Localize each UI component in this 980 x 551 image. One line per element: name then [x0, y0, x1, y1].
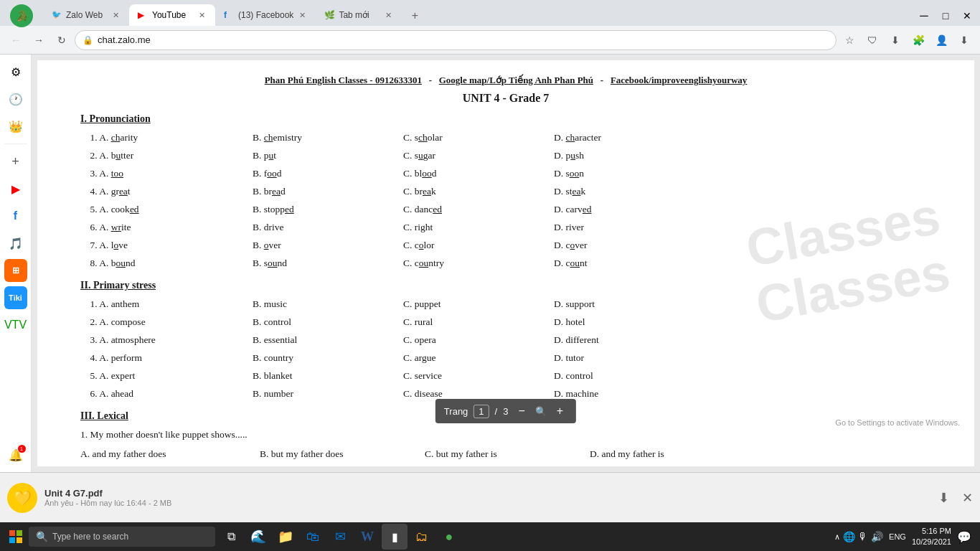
s6-a: 6. A. ahead — [88, 385, 253, 403]
minimize-button[interactable]: ─ — [914, 6, 934, 26]
main-area: Phan Phú English Classes - 0912633301 - … — [32, 55, 980, 472]
stress-questions: 1. A. anthem B. music C. puppet D. suppo… — [88, 296, 931, 403]
sidebar-crown[interactable]: 👑 — [4, 115, 27, 138]
tab-facebook[interactable]: f (13) Facebook ✕ — [215, 4, 316, 26]
sidebar-facebook[interactable]: f — [4, 204, 27, 227]
tab-new[interactable]: 🌿 Tab mới ✕ — [316, 4, 402, 26]
q5-b: B. stopped — [253, 201, 403, 219]
table-row: 3. A. atmosphere B. essential C. opera D… — [88, 331, 931, 349]
lexical-q1: 1. My mother doesn't like puppet shows..… — [80, 426, 931, 444]
tray-up-arrow[interactable]: ∧ — [834, 532, 840, 542]
sidebar-notifications[interactable]: 🔔 1 — [4, 443, 27, 466]
s6-d: D. machine — [554, 385, 705, 403]
tray-speaker[interactable]: 🔊 — [871, 531, 883, 542]
tab-zalo[interactable]: 🐦 Zalo Web ✕ — [43, 4, 129, 26]
close-button[interactable]: ✕ — [957, 6, 977, 26]
taskbar-explorer[interactable]: 📁 — [273, 524, 298, 550]
profile-button[interactable]: 👤 — [931, 30, 951, 50]
taskbar-edge[interactable]: 🌊 — [245, 524, 271, 550]
taskbar-search-icon: 🔍 — [36, 531, 48, 542]
q7-c: C. color — [403, 237, 554, 255]
taskbar-mail[interactable]: ✉ — [327, 524, 353, 550]
taskbar-lang: ENG — [889, 532, 906, 541]
download-button[interactable]: ⬇ — [885, 30, 905, 50]
q2-d: D. push — [554, 147, 705, 165]
tab-close-new[interactable]: ✕ — [384, 9, 393, 22]
unit-title: UNIT 4 - Grade 7 — [80, 92, 931, 105]
taskbar-task-view[interactable]: ⧉ — [218, 524, 244, 550]
taskbar-word[interactable]: W — [354, 524, 380, 550]
sidebar: ⚙ 🕐 👑 + ▶ f 🎵 ⊞ Tiki VTV 🔔 1 — [0, 55, 32, 472]
tab-youtube[interactable]: ▶ YouTube ✕ — [129, 4, 215, 26]
tab-title-youtube: YouTube — [152, 10, 193, 20]
sidebar-tiki[interactable]: Tiki — [4, 286, 27, 309]
tab-title-zalo: Zalo Web — [66, 10, 107, 20]
clock-time: 5:16 PM — [912, 526, 951, 537]
s1-b: B. music — [253, 296, 403, 314]
taskbar-icons: ⧉ 🌊 📁 🛍 ✉ W ▮ 🗂 ● — [218, 524, 462, 550]
s5-c: C. service — [403, 367, 554, 385]
s4-a: 4. A. perform — [88, 349, 253, 367]
browser-body: ⚙ 🕐 👑 + ▶ f 🎵 ⊞ Tiki VTV 🔔 1 Phan Phú En… — [0, 55, 980, 472]
bottom-download-button[interactable]: ⬇ — [938, 490, 949, 506]
tray-network[interactable]: 🌐 — [843, 531, 855, 542]
header-facebook: Facebook/improveenglishyourway — [611, 75, 747, 85]
sidebar-vtv[interactable]: VTV — [4, 314, 27, 336]
star-button[interactable]: ☆ — [839, 30, 859, 50]
table-row: 2. A. compose B. control C. rural D. hot… — [88, 314, 931, 331]
q3-d: D. soon — [554, 165, 705, 183]
s1-c: C. puppet — [403, 296, 554, 314]
toolbar-right: ☆ 🛡 ⬇ 🧩 👤 ⬇ — [839, 30, 974, 50]
pdf-header: Phan Phú English Classes - 0912633301 - … — [80, 75, 931, 86]
sidebar-youtube[interactable]: ▶ — [4, 177, 27, 200]
pdf-current-page: 1 — [473, 405, 489, 418]
bottom-close-button[interactable]: ✕ — [962, 490, 973, 506]
q1-b: B. chemistry — [253, 129, 403, 147]
tab-title-facebook: (13) Facebook — [238, 10, 293, 20]
s2-b: B. control — [253, 314, 403, 331]
pdf-zoom-out-button[interactable]: − — [514, 403, 529, 419]
forward-button[interactable]: → — [29, 30, 49, 50]
q4-d: D. steak — [554, 183, 705, 201]
l1-a: A. and my father does — [80, 446, 260, 463]
pdf-zoom-in-button[interactable]: + — [552, 403, 567, 419]
tab-close-youtube[interactable]: ✕ — [197, 9, 207, 22]
table-row: 7. A. love B. over C. color D. cover — [88, 237, 931, 255]
pdf-viewer[interactable]: Phan Phú English Classes - 0912633301 - … — [37, 60, 974, 466]
taskbar-app-dark[interactable]: ▮ — [382, 524, 407, 550]
taskbar-notifications-button[interactable]: 💬 — [957, 530, 971, 544]
sidebar-history[interactable]: 🕐 — [4, 88, 27, 110]
new-tab-button[interactable]: + — [405, 6, 425, 26]
bottom-meta: Ánh yêu - Hôm nay lúc 16:44 - 2 MB — [44, 499, 931, 507]
tab-close-facebook[interactable]: ✕ — [298, 9, 307, 22]
maximize-button[interactable]: □ — [936, 6, 956, 26]
taskbar-files[interactable]: 🗂 — [409, 524, 435, 550]
svg-rect-2 — [9, 537, 15, 543]
pronunciation-questions: 1. A. charity B. chemistry C. scholar D.… — [88, 129, 931, 273]
bottom-bar: 💛 Unit 4 G7.pdf Ánh yêu - Hôm nay lúc 16… — [0, 472, 980, 522]
taskbar-green-app[interactable]: ● — [436, 524, 462, 550]
sidebar-spotify[interactable]: 🎵 — [4, 232, 27, 255]
menu-download-button[interactable]: ⬇ — [954, 30, 974, 50]
taskbar-store[interactable]: 🛍 — [300, 524, 326, 550]
tab-close-zalo[interactable]: ✕ — [111, 9, 121, 22]
taskbar-search[interactable]: 🔍 Type here to search — [29, 527, 215, 547]
s4-b: B. country — [253, 349, 403, 367]
q3-c: C. blood — [403, 165, 554, 183]
bottom-avatar: 💛 — [7, 483, 37, 513]
back-button[interactable]: ← — [6, 30, 26, 50]
sidebar-settings[interactable]: ⚙ — [4, 60, 27, 83]
tray-mic[interactable]: 🎙 — [858, 531, 868, 542]
extensions-button[interactable]: 🧩 — [908, 30, 928, 50]
q4-b: B. bread — [253, 183, 403, 201]
sidebar-add[interactable]: + — [4, 150, 27, 173]
address-bar[interactable]: 🔒 chat.zalo.me — [75, 30, 837, 50]
section1-title: I. Pronunciation — [80, 113, 931, 125]
sidebar-apps[interactable]: ⊞ — [4, 259, 27, 282]
svg-rect-1 — [17, 530, 22, 536]
reload-button[interactable]: ↻ — [52, 30, 72, 50]
q2-b: B. put — [253, 147, 403, 165]
start-button[interactable] — [3, 524, 29, 550]
shield-button[interactable]: 🛡 — [862, 30, 882, 50]
taskbar-clock: 5:16 PM 10/29/2021 — [912, 526, 951, 548]
